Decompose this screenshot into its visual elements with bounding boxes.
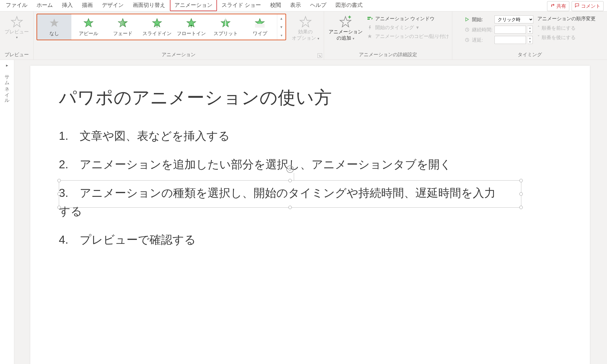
svg-marker-2 xyxy=(84,19,93,27)
gallery-item-fade[interactable]: フェード xyxy=(106,14,140,40)
gallery-label: フロートイン xyxy=(177,30,206,37)
star-icon xyxy=(10,15,23,29)
selected-textbox[interactable] xyxy=(59,180,521,208)
gallery-label: フェード xyxy=(113,30,132,37)
chevron-down-icon: ˅ xyxy=(537,35,540,41)
star-icon xyxy=(220,17,231,29)
preview-label: プレビュー xyxy=(5,29,29,35)
dialog-launcher-animation[interactable]: ↘ xyxy=(317,53,322,58)
duration-spinner[interactable]: ▲▼ xyxy=(528,26,533,34)
svg-rect-9 xyxy=(255,24,264,27)
order-earlier-label: 順番を前にする xyxy=(542,25,576,31)
star-icon xyxy=(186,17,197,29)
list-item[interactable]: 1. 文章や図、表などを挿入する xyxy=(59,127,501,145)
group-label-preview: プレビュー xyxy=(5,50,29,58)
rotation-stem xyxy=(294,173,294,180)
animation-gallery: なし アピール フェード xyxy=(37,14,286,40)
tab-draw[interactable]: 描画 xyxy=(77,0,97,11)
share-button[interactable]: 共有 xyxy=(547,1,569,11)
resize-handle-ne[interactable] xyxy=(519,179,523,182)
expand-thumbnails-button[interactable]: ▸ xyxy=(6,63,8,68)
slide-title[interactable]: パワポのアニメーションの使い方 xyxy=(59,86,561,110)
thumbnail-rail: ▸ サムネイル xyxy=(0,60,14,364)
tab-design[interactable]: デザイン xyxy=(97,0,128,11)
star-icon xyxy=(49,17,60,29)
tab-transition[interactable]: 画面切り替え xyxy=(128,0,170,11)
svg-rect-15 xyxy=(367,19,370,20)
order-later-label: 順番を後にする xyxy=(542,34,576,41)
resize-handle-e[interactable] xyxy=(519,192,523,196)
tab-insert[interactable]: 挿入 xyxy=(57,0,77,11)
gallery-scroll-up[interactable]: ▲ xyxy=(277,14,286,23)
gallery-item-none[interactable]: なし xyxy=(37,14,71,40)
preview-button[interactable]: プレビュー ▾ xyxy=(3,14,31,41)
gallery-label: なし xyxy=(49,30,59,37)
trigger-label: 開始のタイミング xyxy=(375,24,414,31)
group-animation: なし アピール フェード xyxy=(34,11,324,60)
resize-handle-se[interactable] xyxy=(519,206,523,209)
tab-shape-format[interactable]: 図形の書式 xyxy=(331,0,367,11)
animation-painter-button[interactable]: アニメーションのコピー/貼り付け xyxy=(367,33,449,40)
resize-handle-n[interactable] xyxy=(288,179,292,182)
gallery-item-appear[interactable]: アピール xyxy=(71,14,106,40)
timing-controls: 開始: クリック時 継続時間: ▲▼ xyxy=(464,14,533,44)
resize-handle-w[interactable] xyxy=(57,192,61,196)
group-label-advanced: アニメーションの詳細設定 xyxy=(359,50,417,58)
gallery-item-split[interactable]: スプリット xyxy=(208,14,243,40)
tab-file[interactable]: ファイル xyxy=(1,0,32,11)
add-animation-button[interactable]: アニメーション の追加 ▾ xyxy=(327,14,364,43)
animation-pane-button[interactable]: アニメーション ウィンドウ xyxy=(367,15,449,22)
gallery-label: スライドイン xyxy=(142,30,172,37)
gallery-item-floatin[interactable]: フロートイン xyxy=(174,14,208,40)
slide-canvas[interactable]: パワポのアニメーションの使い方 ⟳ 1. 文章や図、表などを挿入する 2. アニ… xyxy=(14,60,607,364)
delay-label: 遅延: xyxy=(464,37,493,43)
effect-options-label-2: オプション ▾ xyxy=(292,35,319,41)
duration-input[interactable] xyxy=(495,26,526,34)
svg-marker-1 xyxy=(50,19,59,27)
order-later-button[interactable]: ˅ 順番を後にする xyxy=(537,34,596,41)
order-earlier-button[interactable]: ˄ 順番を前にする xyxy=(537,25,596,31)
order-controls: アニメーションの順序変更 ˄ 順番を前にする ˅ 順番を後にする xyxy=(533,14,596,41)
trigger-button[interactable]: 開始のタイミング ▾ xyxy=(367,24,449,31)
tab-view[interactable]: 表示 xyxy=(286,0,305,11)
resize-handle-s[interactable] xyxy=(288,206,292,209)
gallery-item-slidein[interactable]: スライドイン xyxy=(140,14,174,40)
list-item[interactable]: 2. アニメーションを追加したい部分を選択し、アニメーションタブを開く xyxy=(59,155,501,173)
delay-spinner[interactable]: ▲▼ xyxy=(528,36,533,44)
start-label: 開始: xyxy=(464,16,493,23)
share-label: 共有 xyxy=(556,3,566,9)
delay-input[interactable] xyxy=(495,36,526,44)
resize-handle-sw[interactable] xyxy=(57,206,61,209)
rotation-handle[interactable]: ⟳ xyxy=(286,165,294,173)
clock-icon xyxy=(464,37,470,43)
animation-pane-icon xyxy=(367,16,373,22)
gallery-item-wipe[interactable]: ワイプ xyxy=(243,14,277,40)
animation-pane-label: アニメーション ウィンドウ xyxy=(375,15,435,22)
workspace: ▸ サムネイル パワポのアニメーションの使い方 ⟳ 1. 文章や図、表などを挿入… xyxy=(0,60,607,364)
group-label-timing: タイミング xyxy=(518,50,542,58)
svg-marker-16 xyxy=(368,34,372,38)
tab-animation[interactable]: アニメーション xyxy=(170,0,217,11)
share-icon xyxy=(550,3,555,9)
group-advanced-animation: アニメーション の追加 ▾ アニメーション ウィンドウ 開始のタイミング ▾ xyxy=(324,11,453,60)
start-select[interactable]: クリック時 xyxy=(495,15,533,23)
tab-review[interactable]: 校閲 xyxy=(266,0,286,11)
effect-options-label-1: 効果の xyxy=(298,29,313,35)
gallery-more: ▲ ▼ ▾ xyxy=(277,14,286,40)
resize-handle-nw[interactable] xyxy=(57,179,61,182)
gallery-expand[interactable]: ▾ xyxy=(277,31,286,40)
tab-home[interactable]: ホーム xyxy=(32,0,57,11)
thumbnail-rail-label: サムネイル xyxy=(4,71,10,101)
svg-marker-10 xyxy=(300,17,311,27)
tab-slideshow[interactable]: スライド ショー xyxy=(217,0,266,11)
list-item[interactable]: 4. プレビューで確認する xyxy=(59,230,501,249)
slide[interactable]: パワポのアニメーションの使い方 ⟳ 1. 文章や図、表などを挿入する 2. アニ… xyxy=(30,66,590,364)
tab-help[interactable]: ヘルプ xyxy=(305,0,331,11)
chevron-down-icon: ▾ xyxy=(416,25,419,31)
star-icon xyxy=(83,17,94,29)
comment-label: コメント xyxy=(581,3,600,9)
effect-options-button[interactable]: 効果の オプション ▾ xyxy=(290,14,321,43)
comment-button[interactable]: コメント xyxy=(572,1,604,11)
gallery-label: スプリット xyxy=(214,30,238,37)
gallery-scroll-down[interactable]: ▼ xyxy=(277,23,286,31)
